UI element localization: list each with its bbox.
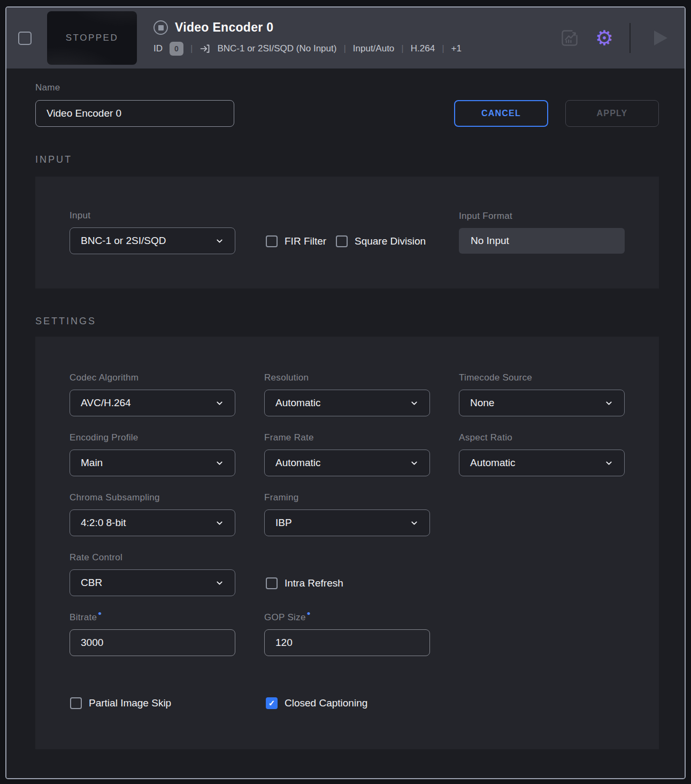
chroma-subsampling-select[interactable]: 4:2:0 8-bit [70, 509, 235, 536]
separator: | [401, 43, 403, 54]
input-select[interactable]: BNC-1 or 2SI/SQD [70, 227, 235, 254]
timecode-source-select[interactable]: None [459, 390, 625, 416]
resolution-label: Resolution [264, 372, 309, 383]
chevron-down-icon [215, 579, 224, 588]
required-indicator: • [307, 608, 311, 619]
bitrate-label: Bitrate• [70, 612, 102, 623]
chroma-subsampling-label: Chroma Subsampling [70, 492, 160, 503]
chevron-down-icon [215, 237, 224, 246]
required-indicator: • [98, 608, 102, 619]
id-badge: 0 [170, 42, 183, 56]
encoder-header: STOPPED Video Encoder 0 ID 0 | BNC-1 or … [6, 7, 685, 68]
aspect-ratio-label: Aspect Ratio [459, 432, 512, 443]
settings-gear-icon[interactable]: ⚙ [595, 28, 613, 48]
rate-control-label: Rate Control [70, 552, 122, 563]
framing-label: Framing [264, 492, 298, 503]
meta-input: BNC-1 or 2SI/SQD (No Input) [217, 43, 336, 54]
intra-refresh-checkbox[interactable]: ✓ Intra Refresh [266, 577, 343, 589]
settings-panel: Codec Algorithm AVC/H.264 Resolution Aut… [35, 337, 659, 749]
codec-algorithm-select[interactable]: AVC/H.264 [70, 390, 235, 416]
play-button[interactable] [654, 31, 667, 45]
separator: | [442, 43, 444, 54]
header-actions: ⚙ [560, 7, 675, 68]
meta-codec: H.264 [411, 43, 435, 54]
stats-chart-icon[interactable] [560, 28, 579, 48]
input-label: Input [70, 210, 90, 221]
name-input[interactable] [35, 100, 234, 127]
chevron-down-icon [410, 399, 419, 408]
title-block: Video Encoder 0 ID 0 | BNC-1 or 2SI/SQD … [153, 20, 462, 56]
chevron-down-icon [604, 399, 613, 408]
apply-button[interactable]: APPLY [565, 100, 659, 127]
select-encoder-checkbox[interactable] [18, 32, 32, 45]
id-label: ID [153, 43, 163, 54]
framing-select[interactable]: IBP [264, 509, 430, 536]
chevron-down-icon [604, 459, 613, 468]
input-format-label: Input Format [459, 211, 512, 222]
chevron-down-icon [215, 519, 224, 528]
meta-mode: Input/Auto [353, 43, 395, 54]
rate-control-select[interactable]: CBR [70, 569, 235, 596]
closed-captioning-checkbox[interactable]: ✓ Closed Captioning [266, 697, 367, 709]
bitrate-input[interactable] [70, 629, 235, 656]
meta-more-count: +1 [451, 43, 462, 54]
input-format-value: No Input [459, 228, 625, 254]
frame-rate-label: Frame Rate [264, 432, 314, 443]
input-panel: Input BNC-1 or 2SI/SQD ✓ FIR Filter ✓ Sq… [35, 177, 659, 288]
settings-section-heading: SETTINGS [35, 316, 96, 327]
resolution-select[interactable]: Automatic [264, 390, 430, 416]
separator: | [190, 43, 193, 54]
gop-size-label: GOP Size• [264, 612, 311, 623]
encoder-card: STOPPED Video Encoder 0 ID 0 | BNC-1 or … [5, 6, 686, 779]
chevron-down-icon [215, 399, 224, 408]
aspect-ratio-select[interactable]: Automatic [459, 450, 625, 476]
input-section-heading: INPUT [35, 154, 72, 165]
frame-rate-select[interactable]: Automatic [264, 450, 430, 476]
preview-thumbnail: STOPPED [47, 11, 137, 65]
encoding-profile-label: Encoding Profile [70, 432, 139, 443]
page-title: Video Encoder 0 [175, 20, 273, 35]
stopped-status-icon [153, 20, 168, 35]
square-division-checkbox[interactable]: ✓ Square Division [336, 235, 426, 247]
encoder-meta-row: ID 0 | BNC-1 or 2SI/SQD (No Input) | Inp… [153, 42, 462, 56]
encoding-profile-select[interactable]: Main [70, 450, 235, 476]
chevron-down-icon [410, 519, 419, 528]
status-badge: STOPPED [66, 33, 118, 43]
chevron-down-icon [215, 459, 224, 468]
encoder-form: Name CANCEL APPLY INPUT Input BNC-1 or 2… [6, 68, 685, 779]
separator: | [343, 43, 346, 54]
codec-algorithm-label: Codec Algorithm [70, 372, 139, 383]
chevron-down-icon [410, 459, 419, 468]
cancel-button[interactable]: CANCEL [454, 100, 548, 127]
timecode-source-label: Timecode Source [459, 372, 532, 383]
name-label: Name [35, 82, 60, 93]
partial-image-skip-checkbox[interactable]: ✓ Partial Image Skip [70, 697, 171, 709]
input-source-icon [199, 43, 210, 54]
header-divider [629, 23, 631, 53]
gop-size-input[interactable] [264, 629, 430, 656]
fir-filter-checkbox[interactable]: ✓ FIR Filter [266, 235, 326, 247]
